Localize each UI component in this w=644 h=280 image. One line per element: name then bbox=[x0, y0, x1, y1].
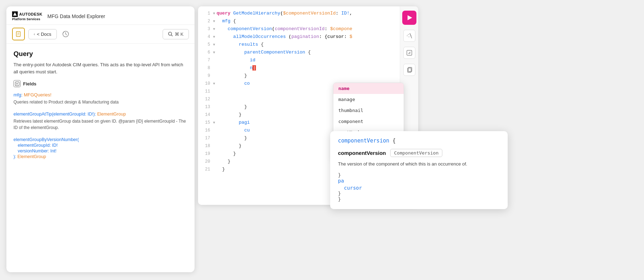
tooltip-title-row: componentVersion ComponentVersion bbox=[338, 149, 500, 157]
query-item-element-group-at-tip[interactable]: elementGroupAtTip(elementGroupId: ID!): … bbox=[13, 112, 187, 131]
resize-icon bbox=[406, 50, 413, 56]
tooltip-code-brace: { bbox=[389, 138, 396, 144]
play-small-icon bbox=[15, 82, 20, 86]
query-item-mfg-title: mfg: MFGQueries! bbox=[13, 92, 187, 97]
tooltip-cursor-field: cursor bbox=[338, 185, 500, 191]
element-group-at-tip-desc: Retrieves latest elementGroup data based… bbox=[13, 118, 187, 131]
search-shortcut-label: ⌘ K bbox=[175, 32, 184, 37]
tooltip-code-field: componentVersion bbox=[338, 138, 389, 144]
autodesk-brand-icon bbox=[12, 11, 18, 17]
magic-wand-icon bbox=[406, 33, 413, 39]
section-desc: The entry-point for Autodesk CIM queries… bbox=[13, 61, 187, 75]
history-icon-button[interactable] bbox=[60, 29, 71, 39]
play-icon bbox=[408, 15, 412, 20]
element-group-at-tip-title: elementGroupAtTip(elementGroupId: ID!): … bbox=[13, 112, 187, 117]
svg-point-11 bbox=[408, 34, 409, 35]
code-line-4: 4 ▼ allModelOccurrences (pagination: {cu… bbox=[198, 34, 418, 42]
run-button[interactable] bbox=[402, 11, 416, 25]
svg-line-17 bbox=[408, 52, 410, 54]
svg-point-6 bbox=[168, 32, 171, 35]
element-group-by-version-return: ): ElementGroup bbox=[13, 154, 187, 159]
element-group-by-version-title: elementGroupByVersionNumber( bbox=[13, 137, 187, 142]
svg-point-14 bbox=[409, 37, 409, 37]
svg-line-7 bbox=[171, 35, 173, 37]
code-line-8: 8 n| bbox=[198, 65, 418, 73]
autocomplete-item-thumbnail[interactable]: thumbnail bbox=[333, 105, 404, 116]
left-panel-content: Query The entry-point for Autodesk CIM q… bbox=[6, 44, 195, 272]
code-line-3: 3 ▼ componentVersion(componentVersionId:… bbox=[198, 26, 418, 34]
svg-point-12 bbox=[410, 34, 411, 34]
code-line-1: 1 ▼ query GetModelHierarchy($componentVe… bbox=[198, 11, 418, 18]
search-shortcut-button[interactable]: ⌘ K bbox=[163, 29, 189, 39]
search-icon bbox=[168, 32, 173, 37]
code-line-5: 5 ▼ results { bbox=[198, 42, 418, 50]
fields-icon bbox=[13, 80, 21, 87]
tooltip-description: The version of the component of which th… bbox=[338, 161, 500, 168]
mfg-type: MFGQueries! bbox=[24, 92, 51, 97]
docs-button[interactable]: ‹ < Docs bbox=[28, 29, 57, 39]
svg-marker-9 bbox=[16, 83, 18, 85]
resize-button[interactable] bbox=[403, 47, 415, 59]
autocomplete-item-manage[interactable]: manage bbox=[333, 94, 404, 105]
svg-point-13 bbox=[407, 35, 408, 36]
copy-icon bbox=[406, 67, 413, 73]
left-panel: AUTODESK Platform Services MFG Data Mode… bbox=[6, 6, 195, 272]
docs-button-label: < Docs bbox=[37, 32, 51, 37]
section-title: Query bbox=[13, 50, 187, 58]
tooltip-close-brace-2: } bbox=[338, 191, 500, 196]
code-line-7: 7 id bbox=[198, 57, 418, 65]
svg-point-15 bbox=[411, 35, 411, 36]
tooltip-close-brace-1: } bbox=[338, 172, 500, 178]
mfg-name: mfg bbox=[13, 92, 21, 97]
query-item-mfg[interactable]: mfg: MFGQueries! Queries related to Prod… bbox=[13, 92, 187, 105]
autodesk-platform: Platform Services bbox=[12, 17, 40, 21]
book-icon-button[interactable] bbox=[12, 28, 25, 40]
tooltip-field-pa: pa bbox=[338, 178, 500, 184]
magic-wand-button[interactable] bbox=[403, 30, 415, 42]
tooltip-type-badge: ComponentVersion bbox=[390, 149, 442, 157]
docs-arrow-icon: ‹ bbox=[34, 32, 35, 36]
autodesk-name: AUTODESK bbox=[19, 12, 43, 16]
tooltip-title: componentVersion bbox=[338, 150, 386, 156]
fields-label: Fields bbox=[13, 80, 187, 87]
element-group-version-param2: versionNumber: Int! bbox=[18, 149, 187, 153]
code-line-9: 9 } bbox=[198, 73, 418, 81]
tooltip-panel: componentVersion { componentVersion Comp… bbox=[330, 131, 508, 209]
app-title: MFG Data Model Explorer bbox=[48, 13, 105, 19]
tooltip-code-line: componentVersion { bbox=[338, 138, 500, 144]
history-icon bbox=[62, 30, 69, 38]
query-item-element-group-by-version[interactable]: elementGroupByVersionNumber( elementGrou… bbox=[13, 137, 187, 159]
fields-text: Fields bbox=[23, 81, 37, 86]
copy-button[interactable] bbox=[403, 64, 415, 76]
tooltip-close-brace-3: } bbox=[338, 196, 500, 202]
code-line-6: 6 ▼ parentComponentVersion { bbox=[198, 50, 418, 57]
autocomplete-item-component[interactable]: component bbox=[333, 116, 404, 127]
left-panel-header: AUTODESK Platform Services MFG Data Mode… bbox=[6, 6, 195, 25]
code-line-2: 2 ▼ mfg { bbox=[198, 18, 418, 26]
autodesk-logo: AUTODESK Platform Services bbox=[12, 11, 43, 21]
element-group-version-param1: elementGroupId: ID! bbox=[18, 143, 187, 148]
book-icon bbox=[15, 31, 22, 37]
autodesk-logo-top: AUTODESK bbox=[12, 11, 43, 17]
left-panel-toolbar: ‹ < Docs ⌘ K bbox=[6, 25, 195, 44]
svg-line-18 bbox=[409, 53, 410, 54]
autocomplete-item-name[interactable]: name bbox=[333, 83, 404, 94]
mfg-desc: Queries related to Product design & Manu… bbox=[13, 99, 187, 105]
